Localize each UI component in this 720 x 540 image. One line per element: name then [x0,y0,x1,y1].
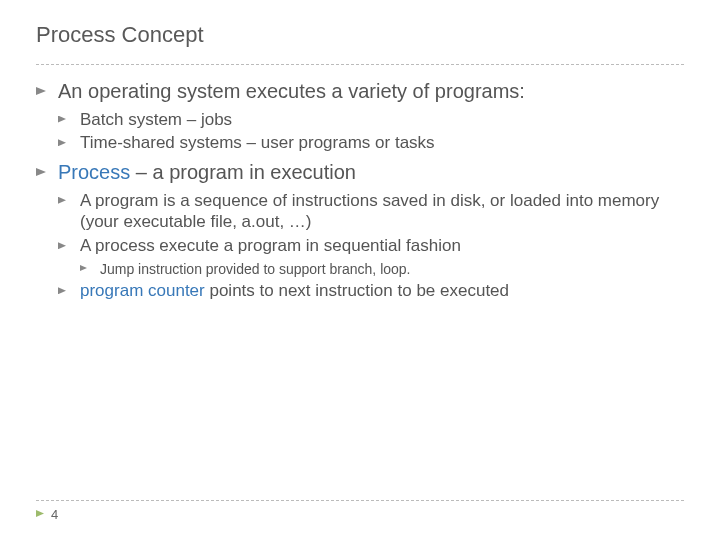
sub-list: Batch system – jobs Time-shared systems … [58,109,684,155]
page-number: 4 [36,507,684,522]
sub-sub-list: Jump instruction provided to support bra… [80,260,684,278]
list-item: Process – a program in execution A progr… [36,160,684,302]
item-text: Batch system – jobs [80,110,232,129]
footer-divider [36,500,684,501]
item-text: Jump instruction provided to support bra… [100,261,411,277]
slide-title: Process Concept [36,22,684,48]
item-text: A program is a sequence of instructions … [80,191,659,232]
list-item: program counter points to next instructi… [58,280,684,302]
keyword-program-counter: program counter [80,281,205,300]
list-item: Batch system – jobs [58,109,684,131]
bullet-list: An operating system executes a variety o… [36,79,684,302]
list-item: Jump instruction provided to support bra… [80,260,684,278]
item-text: points to next instruction to be execute… [205,281,509,300]
item-text: Time-shared systems – user programs or t… [80,133,435,152]
item-text: An operating system executes a variety o… [58,80,525,102]
keyword-process: Process [58,161,130,183]
list-item: Time-shared systems – user programs or t… [58,132,684,154]
sub-list: A program is a sequence of instructions … [58,190,684,302]
list-item: A process execute a program in sequentia… [58,235,684,278]
title-divider [36,64,684,65]
item-text: – a program in execution [130,161,356,183]
list-item: A program is a sequence of instructions … [58,190,684,234]
list-item: An operating system executes a variety o… [36,79,684,154]
item-text: A process execute a program in sequentia… [80,236,461,255]
slide-footer: 4 [36,500,684,522]
